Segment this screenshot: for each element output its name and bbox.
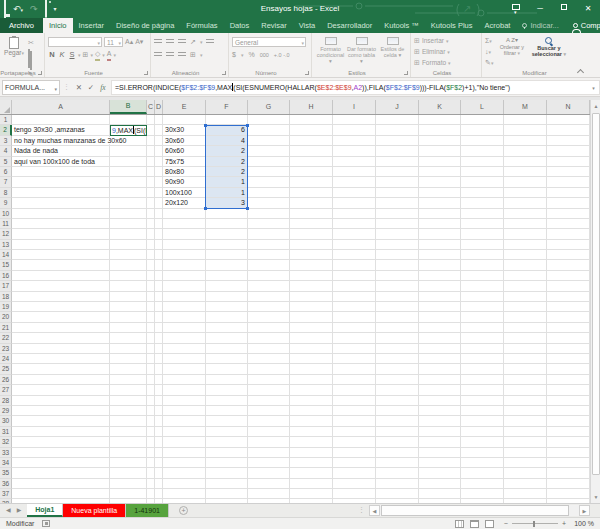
cell-M5[interactable] <box>504 157 547 167</box>
cell-I25[interactable] <box>333 364 376 374</box>
cell-B22[interactable] <box>110 333 147 343</box>
cell-I14[interactable] <box>333 250 376 260</box>
tab-acrobat[interactable]: Acrobat <box>479 18 517 33</box>
row-header-28[interactable]: 28 <box>0 396 12 406</box>
cell-M15[interactable] <box>504 260 547 270</box>
font-color-button[interactable]: A <box>107 49 112 61</box>
column-header-K[interactable]: K <box>419 100 461 114</box>
cell-A32[interactable] <box>12 437 110 447</box>
cell-G1[interactable] <box>248 115 290 125</box>
row-header-9[interactable]: 9 <box>0 198 12 208</box>
cell-M22[interactable] <box>504 333 547 343</box>
cell-C15[interactable] <box>147 260 155 270</box>
cell-G33[interactable] <box>248 448 290 458</box>
cell-E36[interactable] <box>163 479 206 489</box>
cell-L1[interactable] <box>461 115 504 125</box>
row-header-24[interactable]: 24 <box>0 354 12 364</box>
cell-M3[interactable] <box>504 136 547 146</box>
column-header-G[interactable]: G <box>248 100 290 114</box>
cell-M8[interactable] <box>504 188 547 198</box>
cell-H24[interactable] <box>290 354 333 364</box>
cell-M20[interactable] <box>504 312 547 322</box>
cell-H17[interactable] <box>290 281 333 291</box>
cell-E33[interactable] <box>163 448 206 458</box>
cell-N16[interactable] <box>547 271 590 281</box>
cell-G4[interactable] <box>248 146 290 156</box>
cell-D23[interactable] <box>155 344 163 354</box>
cell-G37[interactable] <box>248 489 290 499</box>
column-header-D[interactable]: D <box>155 100 163 114</box>
row-header-4[interactable]: 4 <box>0 146 12 156</box>
cell-N1[interactable] <box>547 115 590 125</box>
align-top-button[interactable] <box>154 39 162 45</box>
row-header-29[interactable]: 29 <box>0 406 12 416</box>
cell-N33[interactable] <box>547 448 590 458</box>
cell-I10[interactable] <box>333 209 376 219</box>
new-sheet-button[interactable]: + <box>179 506 188 515</box>
cell-L7[interactable] <box>461 177 504 187</box>
tab-desarrollador[interactable]: Desarrollador <box>321 18 378 33</box>
cell-F12[interactable] <box>206 229 248 239</box>
cell-E7[interactable]: 90x90 <box>163 177 206 187</box>
cell-B4[interactable] <box>110 146 147 156</box>
cell-B25[interactable] <box>110 364 147 374</box>
cell-L24[interactable] <box>461 354 504 364</box>
cell-C26[interactable] <box>147 375 155 385</box>
cell-D3[interactable] <box>155 136 163 146</box>
cell-I37[interactable] <box>333 489 376 499</box>
cell-C4[interactable] <box>147 146 155 156</box>
cell-K22[interactable] <box>419 333 461 343</box>
cell-G7[interactable] <box>248 177 290 187</box>
cell-I26[interactable] <box>333 375 376 385</box>
cell-E11[interactable] <box>163 219 206 229</box>
row-header-32[interactable]: 32 <box>0 437 12 447</box>
cell-A2[interactable]: tengo 30x30 ,amzanas <box>12 125 110 135</box>
cell-J30[interactable] <box>376 416 419 426</box>
cell-M28[interactable] <box>504 396 547 406</box>
cell-F18[interactable] <box>206 292 248 302</box>
cell-L31[interactable] <box>461 427 504 437</box>
row-header-26[interactable]: 26 <box>0 375 12 385</box>
save-icon[interactable] <box>4 0 6 18</box>
cell-A5[interactable]: aquí van 100x100 de toda <box>12 157 110 167</box>
cell-C3[interactable] <box>147 136 155 146</box>
row-header-27[interactable]: 27 <box>0 385 12 395</box>
cell-F19[interactable] <box>206 302 248 312</box>
cell-E16[interactable] <box>163 271 206 281</box>
cell-B27[interactable] <box>110 385 147 395</box>
cell-F1[interactable] <box>206 115 248 125</box>
cell-N10[interactable] <box>547 209 590 219</box>
cell-D25[interactable] <box>155 364 163 374</box>
cell-A19[interactable] <box>12 302 110 312</box>
cell-G21[interactable] <box>248 323 290 333</box>
share-button[interactable]: Compartir <box>565 18 600 33</box>
cell-M2[interactable] <box>504 125 547 135</box>
cell-H19[interactable] <box>290 302 333 312</box>
cell-G3[interactable] <box>248 136 290 146</box>
cell-C14[interactable] <box>147 250 155 260</box>
cell-J35[interactable] <box>376 468 419 478</box>
cell-H12[interactable] <box>290 229 333 239</box>
name-box[interactable]: FORMULA... <box>2 80 60 95</box>
cell-I34[interactable] <box>333 458 376 468</box>
cell-F36[interactable] <box>206 479 248 489</box>
tab-f-rmulas[interactable]: Fórmulas <box>180 18 223 33</box>
cell-D7[interactable] <box>155 177 163 187</box>
cell-D20[interactable] <box>155 312 163 322</box>
cell-J12[interactable] <box>376 229 419 239</box>
cell-G18[interactable] <box>248 292 290 302</box>
redo-button[interactable]: ↷ <box>30 0 38 18</box>
cell-L14[interactable] <box>461 250 504 260</box>
cell-F30[interactable] <box>206 416 248 426</box>
cell-E35[interactable] <box>163 468 206 478</box>
row-header-2[interactable]: 2 <box>0 125 12 135</box>
cell-C12[interactable] <box>147 229 155 239</box>
column-header-B[interactable]: B <box>110 100 147 114</box>
cell-D17[interactable] <box>155 281 163 291</box>
cell-H5[interactable] <box>290 157 333 167</box>
cell-M17[interactable] <box>504 281 547 291</box>
cell-L12[interactable] <box>461 229 504 239</box>
cell-E19[interactable] <box>163 302 206 312</box>
cell-K27[interactable] <box>419 385 461 395</box>
cell-J3[interactable] <box>376 136 419 146</box>
